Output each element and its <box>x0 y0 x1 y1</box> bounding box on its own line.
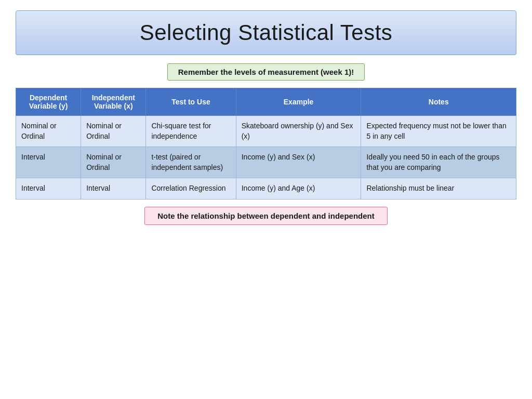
remember-text: Remember the levels of measurement (week… <box>178 68 354 76</box>
stats-table: Dependent Variable (y) Independent Varia… <box>16 88 516 200</box>
cell-ind: Interval <box>81 178 146 200</box>
header-example: Example <box>236 88 361 116</box>
cell-dep: Nominal or Ordinal <box>16 116 81 147</box>
title-box: Selecting Statistical Tests <box>16 10 516 55</box>
cell-test: Correlation Regression <box>146 178 236 200</box>
cell-ind: Nominal or Ordinal <box>81 116 146 147</box>
cell-dep: Interval <box>16 147 81 178</box>
cell-notes: Relationship must be linear <box>361 178 516 200</box>
cell-dep: Interval <box>16 178 81 200</box>
table-row: IntervalNominal or Ordinalt-test (paired… <box>16 147 516 178</box>
table-row: IntervalIntervalCorrelation RegressionIn… <box>16 178 516 200</box>
cell-test: Chi-square test for independence <box>146 116 236 147</box>
cell-example: Skateboard ownership (y) and Sex (x) <box>236 116 361 147</box>
page-title: Selecting Statistical Tests <box>140 20 393 45</box>
cell-notes: Ideally you need 50 in each of the group… <box>361 147 516 178</box>
cell-notes: Expected frequency must not be lower tha… <box>361 116 516 147</box>
table-row: Nominal or OrdinalNominal or OrdinalChi-… <box>16 116 516 147</box>
cell-ind: Nominal or Ordinal <box>81 147 146 178</box>
header-test-to-use: Test to Use <box>146 88 236 116</box>
bottom-note-text: Note the relationship between dependent … <box>157 211 375 220</box>
cell-example: Income (y) and Sex (x) <box>236 147 361 178</box>
remember-box: Remember the levels of measurement (week… <box>167 63 365 81</box>
cell-example: Income (y) and Age (x) <box>236 178 361 200</box>
header-dep-var: Dependent Variable (y) <box>16 88 81 116</box>
table-header-row: Dependent Variable (y) Independent Varia… <box>16 88 516 116</box>
header-notes: Notes <box>361 88 516 116</box>
bottom-note-box: Note the relationship between dependent … <box>144 207 388 225</box>
header-ind-var: Independent Variable (x) <box>81 88 146 116</box>
cell-test: t-test (paired or independent samples) <box>146 147 236 178</box>
